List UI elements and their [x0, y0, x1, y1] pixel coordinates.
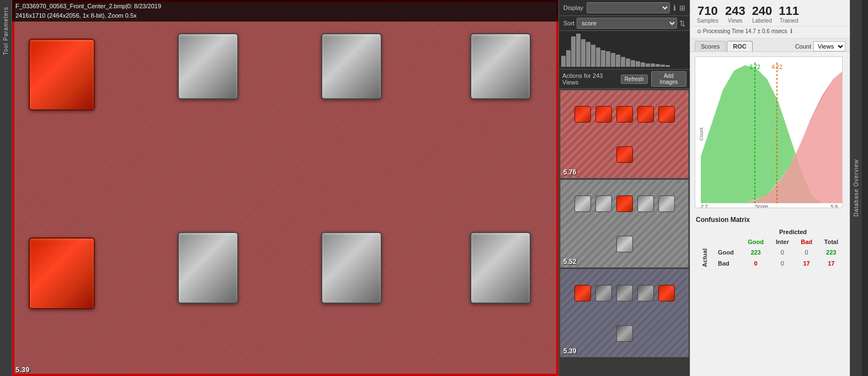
thumb-score-3: 5.39 — [563, 347, 576, 355]
confusion-cell-good-good: 223 — [742, 247, 770, 258]
confusion-th-bad: Bad — [795, 237, 818, 247]
stats-top: 710 Samples 243 Views 240 Labeled 111 Tr… — [690, 0, 850, 27]
hist-bar — [581, 39, 585, 67]
roc-y-label: Count — [699, 128, 704, 141]
info-icon[interactable]: ℹ — [673, 4, 676, 12]
confusion-subheader-row: Good Inter Bad Total — [696, 237, 844, 247]
roc-svg: 3.72 4.22 Count 2.7 Score 5.9 — [695, 57, 843, 208]
confusion-th-good: Good — [742, 237, 770, 247]
display-label: Display — [563, 4, 583, 11]
views-value: 243 — [725, 4, 745, 18]
display-select[interactable] — [587, 2, 670, 13]
sort-toolbar: Sort score ⇅ — [559, 16, 690, 31]
processing-info-icon[interactable]: ℹ — [790, 28, 792, 34]
part-metal-bot4 — [470, 232, 531, 304]
roc-chart: 3.72 4.22 Count 2.7 Score 5.9 — [695, 56, 843, 208]
hist-bar — [576, 34, 581, 67]
main-image-canvas: 5.39 — [12, 0, 558, 376]
confusion-th-predicted: Predicted — [742, 227, 844, 237]
hist-bar — [665, 65, 670, 67]
actions-row: Actions for 243 Views Refresh Add Images — [559, 70, 690, 89]
hist-bar — [591, 45, 595, 67]
thumb-img-3 — [561, 269, 688, 357]
part-metal-top4 — [470, 33, 531, 99]
roc-chart-area: 3.72 4.22 Count 2.7 Score 5.9 — [690, 52, 850, 213]
confusion-rowlabel-bad: Bad — [713, 258, 742, 269]
thumb-img-1 — [561, 91, 688, 178]
labeled-label: Labeled — [752, 18, 772, 24]
sort-direction-icon[interactable]: ⇅ — [679, 19, 685, 28]
hist-bar — [596, 47, 600, 67]
hist-bar — [601, 50, 605, 67]
thumb-score-2: 5.52 — [563, 258, 576, 266]
tool-panel-label: Tool Parameters — [3, 7, 9, 55]
views-stat: 243 Views — [725, 4, 745, 24]
samples-label: Samples — [697, 18, 718, 24]
thumbnail-item-1[interactable]: 5.76 — [560, 90, 689, 178]
hist-bar — [621, 57, 625, 67]
stats-panel: 710 Samples 243 Views 240 Labeled 111 Tr… — [690, 0, 850, 376]
refresh-button[interactable]: Refresh — [621, 75, 648, 84]
views-dropdown[interactable]: Views — [813, 41, 845, 51]
thumbnail-item-2[interactable]: 5.52 — [560, 179, 689, 268]
confusion-cell-good-total: 223 — [818, 247, 844, 258]
parts-container — [12, 0, 558, 376]
confusion-cell-good-inter: 0 — [770, 247, 795, 258]
confusion-cell-bad-total: 17 — [818, 258, 844, 269]
hist-bar — [656, 64, 660, 67]
samples-value: 710 — [697, 4, 718, 18]
hist-bar — [626, 59, 630, 67]
confusion-th-empty2 — [713, 227, 742, 237]
confusion-th-rowlabel — [713, 237, 742, 247]
hist-bar — [646, 63, 650, 67]
part-red-bottomleft — [29, 237, 95, 309]
tab-scores[interactable]: Scores — [695, 41, 726, 51]
add-images-button[interactable]: Add Images — [651, 71, 686, 87]
samples-stat: 710 Samples — [697, 4, 718, 24]
sort-label: Sort — [563, 20, 574, 27]
confusion-th-total: Total — [818, 237, 844, 247]
processing-time: ⊙ Processing Time 14.7 ± 0.6 msecs ℹ — [690, 27, 850, 39]
labeled-stat: 240 Labeled — [752, 4, 773, 24]
confusion-th-inter: Inter — [770, 237, 795, 247]
part-metal-bot3 — [321, 232, 382, 304]
hist-bar — [631, 60, 635, 67]
confusion-rowlabel-good: Good — [713, 247, 742, 258]
confusion-row-good: Actual Good 223 0 0 223 — [696, 247, 844, 258]
thumbnail-item-3[interactable]: 5.39 — [560, 269, 689, 357]
confusion-header-row: Predicted — [696, 227, 844, 237]
hist-bar — [606, 51, 610, 67]
confusion-cell-bad-inter: 0 — [770, 258, 795, 269]
trained-label: Trained — [780, 18, 798, 24]
roc-label-372: 3.72 — [749, 64, 760, 70]
confusion-cell-bad-good: 0 — [742, 258, 770, 269]
expand-icon[interactable]: ⊞ — [679, 4, 685, 12]
hist-bar — [661, 65, 665, 67]
image-header-line1: F_0336970_00563_Front_Center_2.bmp|0: 8/… — [15, 2, 555, 11]
image-header: F_0336970_00563_Front_Center_2.bmp|0: 8/… — [12, 0, 558, 22]
trained-value: 111 — [779, 4, 799, 18]
tab-roc[interactable]: ROC — [727, 41, 752, 51]
thumbnail-list[interactable]: 5.76 5.52 5.39 — [559, 89, 690, 376]
part-red-topleft — [29, 39, 95, 110]
hist-bar — [586, 42, 590, 67]
main-image-area[interactable]: F_0336970_00563_Front_Center_2.bmp|0: 8/… — [12, 0, 558, 376]
roc-x-min: 2.7 — [701, 204, 708, 208]
image-score-label: 5.39 — [15, 366, 29, 374]
db-overview-label: Database Overview — [853, 159, 859, 216]
confusion-actual-label: Actual — [696, 247, 713, 269]
hist-bar — [641, 62, 645, 67]
thumb-img-2 — [561, 180, 688, 267]
display-toolbar: Display ℹ ⊞ — [559, 0, 690, 16]
histogram-area — [559, 31, 690, 70]
part-metal-top2 — [178, 33, 238, 99]
tool-panel: Tool Parameters — [0, 0, 12, 376]
hist-bar — [636, 61, 640, 67]
thumb-score-1: 5.76 — [563, 168, 576, 176]
hist-bar — [561, 56, 566, 67]
sort-select[interactable]: score — [577, 18, 677, 29]
hist-bar — [651, 63, 655, 67]
confusion-section: Confusion Matrix Predicted Good Inter Ba… — [690, 213, 850, 274]
image-header-line2: 2416x1710 (2464x2056, 1x 8-bit), Zoom 0.… — [15, 11, 555, 20]
confusion-matrix-table: Predicted Good Inter Bad Total Actual Go… — [696, 227, 844, 269]
